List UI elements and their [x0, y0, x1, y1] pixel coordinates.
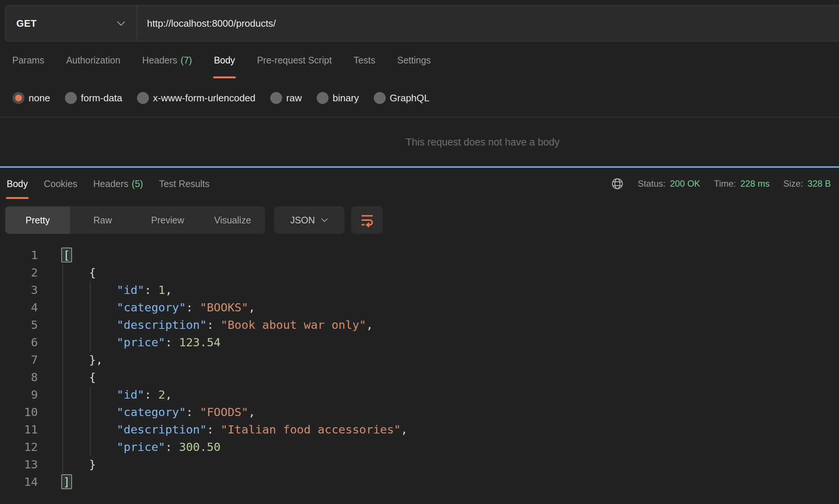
response-view-controls: PrettyRawPreviewVisualize JSON — [5, 206, 383, 234]
tab-label: Cookies — [44, 179, 77, 189]
language-selector[interactable]: JSON — [274, 206, 345, 234]
code-line-content: { — [61, 369, 96, 386]
wrap-lines-button[interactable] — [351, 206, 383, 234]
tab-body[interactable]: Body — [214, 42, 235, 79]
response-tab-headers[interactable]: Headers(5) — [93, 168, 143, 200]
indent-guide — [90, 386, 91, 456]
code-token: "description" — [117, 318, 207, 331]
body-mode-radio-x-www-form-urlencoded[interactable]: x-www-form-urlencoded — [137, 92, 255, 104]
code-token: "id" — [117, 388, 144, 401]
view-tab-pretty[interactable]: Pretty — [5, 206, 70, 234]
body-mode-radio-graphql[interactable]: GraphQL — [374, 92, 430, 104]
code-token: "id" — [117, 283, 144, 297]
line-number: 2 — [0, 264, 38, 281]
tab-label: Body — [7, 179, 28, 189]
response-tab-body[interactable]: Body — [7, 168, 28, 200]
code-token: 2 — [158, 388, 165, 401]
code-token: : — [144, 283, 158, 297]
code-token: : — [144, 388, 158, 401]
code-line-content: { — [61, 264, 96, 281]
radio-icon — [65, 92, 77, 104]
code-token: , — [248, 301, 255, 314]
body-mode-label: binary — [333, 92, 359, 104]
body-mode-radio-binary[interactable]: binary — [317, 92, 359, 104]
empty-body-message: This request does not have a body — [406, 136, 559, 148]
body-mode-radio-raw[interactable]: raw — [270, 92, 302, 104]
language-label: JSON — [290, 215, 315, 226]
tab-count-badge: (5) — [132, 179, 143, 189]
code-line: 9 "id": 2, — [0, 386, 839, 403]
line-number: 9 — [0, 386, 38, 403]
code-token: "price" — [117, 440, 165, 454]
code-token: "price" — [117, 336, 165, 349]
request-body-panel: This request does not have a body — [0, 118, 839, 166]
response-tab-test-results[interactable]: Test Results — [159, 168, 209, 200]
body-mode-radio-none[interactable]: none — [13, 92, 50, 104]
code-token: { — [89, 266, 96, 279]
status-label: Status: — [638, 179, 666, 189]
tab-label: Body — [214, 55, 235, 66]
view-tab-raw[interactable]: Raw — [70, 206, 135, 234]
line-number: 12 — [0, 438, 38, 456]
tab-label: Pre-request Script — [257, 55, 332, 66]
code-token: } — [89, 458, 96, 471]
view-mode-switch: PrettyRawPreviewVisualize — [5, 206, 265, 234]
tab-label: Params — [12, 55, 44, 66]
code-token: , — [248, 405, 255, 419]
bracket-highlight: ] — [61, 474, 72, 489]
tab-label: Headers — [142, 55, 177, 66]
tab-settings[interactable]: Settings — [397, 42, 431, 79]
view-tab-preview[interactable]: Preview — [135, 206, 200, 234]
line-number: 7 — [0, 351, 38, 369]
line-number: 14 — [0, 473, 38, 491]
tab-pre-request-script[interactable]: Pre-request Script — [257, 42, 332, 79]
code-line: 12 "price": 300.50 — [0, 438, 839, 456]
tab-headers[interactable]: Headers(7) — [142, 42, 192, 79]
url-bar: GET http://localhost:8000/products/ — [5, 5, 839, 42]
code-line-content: "price": 123.54 — [61, 334, 221, 351]
code-line-content: }, — [61, 351, 103, 369]
status-item-size: Size:328 B — [783, 179, 831, 189]
tab-tests[interactable]: Tests — [354, 42, 375, 79]
tab-label: Tests — [354, 55, 375, 66]
code-line: 10 "category": "FOODS", — [0, 403, 839, 421]
status-value: 228 ms — [740, 179, 770, 189]
code-token: , — [366, 318, 373, 331]
request-tabs: ParamsAuthorizationHeaders(7)BodyPre-req… — [12, 42, 431, 79]
code-token: "category" — [117, 405, 186, 419]
tab-authorization[interactable]: Authorization — [66, 42, 120, 79]
response-tabs: BodyCookiesHeaders(5)Test Results — [7, 168, 210, 200]
radio-icon — [317, 92, 329, 104]
indent-guide — [62, 264, 63, 473]
tab-params[interactable]: Params — [12, 42, 44, 79]
radio-icon — [374, 92, 386, 104]
line-number: 6 — [0, 334, 38, 351]
code-line: 4 "category": "BOOKS", — [0, 299, 839, 316]
status-value: 328 B — [807, 179, 831, 189]
code-token: : — [165, 440, 179, 454]
method-selector[interactable]: GET — [6, 6, 137, 41]
view-tab-visualize[interactable]: Visualize — [200, 206, 265, 234]
url-input[interactable]: http://localhost:8000/products/ — [137, 6, 839, 41]
status-label: Size: — [783, 179, 803, 189]
code-line: 13 } — [0, 456, 839, 473]
status-label: Time: — [714, 179, 736, 189]
body-mode-selector: noneform-datax-www-form-urlencodedrawbin… — [0, 79, 839, 118]
code-token: , — [401, 423, 408, 436]
wrap-lines-icon — [359, 212, 375, 228]
tab-count-badge: (7) — [181, 55, 192, 66]
code-token: }, — [89, 353, 103, 366]
tab-label: Settings — [397, 55, 431, 66]
body-mode-radio-form-data[interactable]: form-data — [65, 92, 122, 104]
code-token: , — [165, 283, 172, 297]
response-status-group: Status:200 OKTime:228 msSize:328 B — [611, 177, 831, 190]
response-tab-cookies[interactable]: Cookies — [44, 168, 77, 200]
code-line: 1[ — [0, 246, 839, 264]
code-token: : — [186, 405, 200, 419]
network-info-icon[interactable] — [611, 177, 624, 190]
bracket-highlight: [ — [61, 248, 72, 262]
status-item-time: Time:228 ms — [714, 179, 770, 189]
code-line: 2 { — [0, 264, 839, 281]
code-token: : — [165, 336, 179, 349]
code-line-content: } — [61, 456, 96, 473]
